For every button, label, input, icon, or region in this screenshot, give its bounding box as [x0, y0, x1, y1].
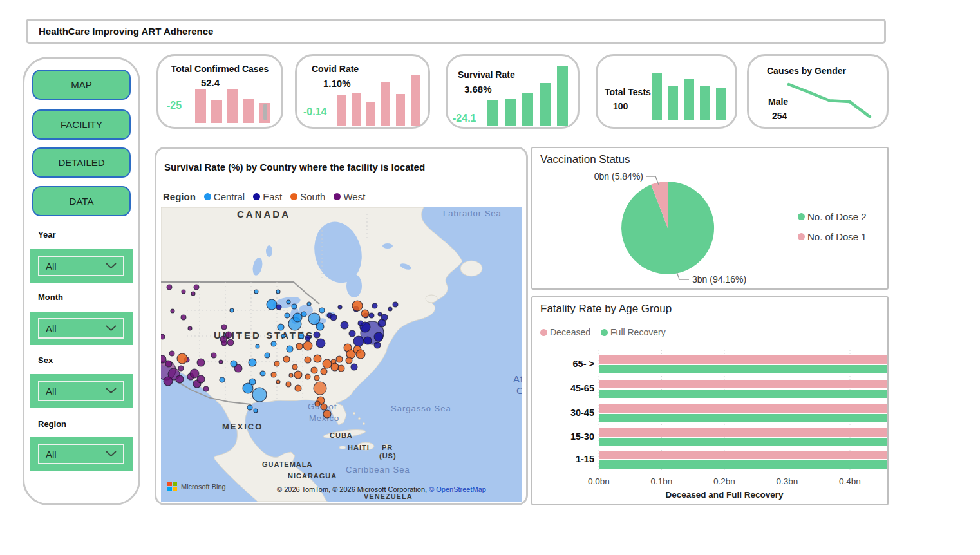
- map-bubble-c[interactable]: [252, 388, 267, 402]
- map-bubble-w[interactable]: [219, 360, 223, 364]
- map-bubble-e[interactable]: [358, 321, 363, 326]
- legend-item-dose1[interactable]: No. of Dose 1: [798, 231, 867, 242]
- map-bubble-c[interactable]: [254, 409, 258, 413]
- map-bubble-w[interactable]: [182, 290, 185, 294]
- map-bubble-s[interactable]: [346, 357, 352, 364]
- map-bubble-w[interactable]: [194, 285, 199, 290]
- map-bubble-s[interactable]: [283, 356, 290, 362]
- map-bubble-c[interactable]: [299, 334, 304, 339]
- map-bubble-e[interactable]: [378, 319, 386, 327]
- map-bubble-e[interactable]: [276, 305, 281, 310]
- bing-logo[interactable]: Microsoft Bing: [167, 482, 226, 491]
- map-bubble-s[interactable]: [336, 356, 343, 362]
- map-bubble-s[interactable]: [315, 401, 320, 406]
- map-bubble-s[interactable]: [311, 367, 317, 373]
- map-bubble-w[interactable]: [221, 341, 227, 346]
- map-bubble-c[interactable]: [243, 383, 253, 393]
- map-bubble-s[interactable]: [292, 364, 297, 370]
- map-bubble-w[interactable]: [181, 315, 186, 320]
- map-bubble-c[interactable]: [247, 405, 252, 410]
- map-bubble-c[interactable]: [276, 290, 280, 294]
- fatality-bar-recovery[interactable]: [599, 390, 887, 398]
- map-bubble-s[interactable]: [356, 350, 365, 359]
- month-dropdown[interactable]: All: [38, 318, 124, 339]
- legend-item-central[interactable]: Central: [204, 191, 245, 202]
- map-bubble-s[interactable]: [321, 368, 327, 375]
- map-bubble-s[interactable]: [321, 404, 327, 410]
- legend-item-dose2[interactable]: No. of Dose 2: [798, 211, 867, 222]
- year-dropdown[interactable]: All: [38, 256, 124, 276]
- map-bubble-e[interactable]: [305, 335, 310, 341]
- map-bubble-e[interactable]: [393, 302, 398, 307]
- map-bubble-e[interactable]: [374, 342, 381, 348]
- map-bubble-c[interactable]: [287, 300, 290, 304]
- map-bubble-s[interactable]: [352, 301, 363, 311]
- map-bubble-s[interactable]: [303, 341, 312, 350]
- map-bubble-c[interactable]: [230, 308, 234, 312]
- map-bubble-e[interactable]: [388, 307, 392, 311]
- map-bubble-s[interactable]: [294, 371, 302, 379]
- fatality-bar-recovery[interactable]: [599, 438, 887, 446]
- map-bubble-w[interactable]: [178, 366, 184, 371]
- map-bubble-c[interactable]: [316, 323, 324, 330]
- sidebar-button-map[interactable]: MAP: [32, 70, 131, 100]
- fatality-bar-deceased[interactable]: [599, 451, 887, 459]
- map-bubble-c[interactable]: [285, 313, 290, 318]
- map-bubble-w[interactable]: [188, 326, 192, 330]
- map-bubble-c[interactable]: [231, 361, 237, 367]
- map-bubble-c[interactable]: [292, 304, 297, 309]
- legend-item-west[interactable]: West: [334, 191, 365, 202]
- pie-slice-dose2[interactable]: [621, 182, 714, 274]
- map-bubble-e[interactable]: [372, 303, 377, 308]
- map-bubble-s[interactable]: [296, 343, 303, 350]
- bing-map[interactable]: CANADAUNITED STATESMEXICOLabrador SeaGul…: [161, 207, 522, 502]
- legend-item-south[interactable]: South: [290, 191, 325, 202]
- map-bubble-s[interactable]: [177, 353, 187, 364]
- map-bubble-e[interactable]: [314, 332, 320, 338]
- map-bubble-s[interactable]: [331, 363, 339, 371]
- map-bubble-c[interactable]: [254, 290, 258, 294]
- fatality-bar-recovery[interactable]: [599, 414, 887, 422]
- fatality-bar-deceased[interactable]: [599, 355, 887, 364]
- map-bubble-c[interactable]: [278, 324, 284, 330]
- map-bubble-s[interactable]: [361, 310, 369, 317]
- map-bubble-w[interactable]: [191, 292, 195, 296]
- map-bubble-s[interactable]: [314, 355, 321, 362]
- fatality-bar-deceased[interactable]: [599, 428, 887, 437]
- map-bubble-c[interactable]: [301, 312, 306, 317]
- map-bubble-w[interactable]: [161, 334, 165, 339]
- map-bubble-w[interactable]: [197, 359, 205, 366]
- map-bubble-s[interactable]: [314, 382, 326, 395]
- map-bubble-s[interactable]: [338, 365, 344, 372]
- map-bubble-w[interactable]: [171, 309, 174, 313]
- map-bubble-c[interactable]: [256, 344, 259, 348]
- map-bubble-e[interactable]: [378, 312, 382, 316]
- fatality-bar-deceased[interactable]: [599, 380, 887, 388]
- map-bubble-s[interactable]: [305, 357, 311, 363]
- map-bubble-s[interactable]: [323, 410, 331, 418]
- map-bubble-e[interactable]: [353, 336, 364, 346]
- map-bubble-w[interactable]: [165, 361, 172, 367]
- map-bubble-c[interactable]: [271, 341, 276, 346]
- map-bubble-c[interactable]: [220, 377, 225, 382]
- map-bubble-e[interactable]: [349, 330, 355, 337]
- map-bubble-w[interactable]: [167, 285, 172, 290]
- openstreetmap-link[interactable]: © OpenStreetMap: [429, 485, 486, 493]
- map-bubble-w[interactable]: [161, 355, 166, 363]
- map-bubble-w[interactable]: [169, 351, 174, 356]
- map-bubble-e[interactable]: [330, 314, 337, 321]
- map-bubble-e[interactable]: [338, 305, 342, 309]
- map-bubble-w[interactable]: [203, 386, 209, 391]
- legend-item-east[interactable]: East: [253, 191, 282, 202]
- map-bubble-w[interactable]: [197, 375, 205, 383]
- sidebar-button-detailed[interactable]: DETAILED: [32, 147, 131, 178]
- map-bubble-w[interactable]: [225, 332, 232, 338]
- map-bubble-c[interactable]: [319, 308, 325, 313]
- map-bubble-c[interactable]: [281, 334, 285, 338]
- map-bubble-c[interactable]: [307, 302, 311, 306]
- map-bubble-w[interactable]: [221, 325, 227, 330]
- map-bubble-e[interactable]: [369, 313, 374, 318]
- map-bubble-s[interactable]: [323, 359, 332, 368]
- fatality-bar-recovery[interactable]: [599, 365, 887, 373]
- map-bubble-c[interactable]: [260, 371, 265, 376]
